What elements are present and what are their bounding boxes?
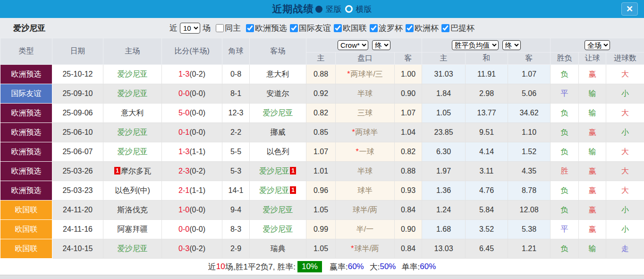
avg-odds-select[interactable]: 胜平负均值 — [452, 40, 499, 50]
avg-win-cell: 1.68 — [422, 220, 466, 239]
competition-checkbox[interactable] — [370, 24, 378, 32]
home-team-cell: 爱沙尼亚 — [103, 142, 162, 162]
competition-checkbox[interactable] — [246, 24, 254, 32]
home-odds-cell: 1.05 — [306, 239, 336, 259]
goals-cell: 小 — [606, 84, 644, 104]
corners-cell: 9-4 — [222, 201, 250, 220]
competition-label: 欧洲杯 — [415, 23, 439, 34]
date-cell: 25-03-26 — [52, 162, 103, 181]
vertical-layout-radio[interactable] — [315, 6, 322, 13]
competition-filter[interactable]: 波罗杯 — [367, 23, 403, 34]
away-team-cell: 瑞典 — [250, 239, 306, 259]
score-cell: 1-3(1-1) — [162, 142, 222, 162]
star-icon: * — [356, 148, 358, 156]
avg-win-cell: 1.24 — [422, 201, 466, 220]
avg-win-cell: 1.36 — [422, 181, 466, 201]
summary-count: 10 — [216, 262, 225, 271]
results-table-body: 欧洲预选25-10-12爱沙尼亚1-3(0-2)0-8意大利0.88*两球半/三… — [0, 65, 644, 259]
competition-label: 巴提杯 — [450, 23, 475, 34]
corners-cell: 14-1 — [222, 181, 250, 201]
result-cell: 负 — [551, 142, 579, 162]
single-rate-value: 60% — [420, 262, 436, 271]
table-row: 国际友谊25-09-10爱沙尼亚0-0(0-0)8-1安道尔0.92半球0.90… — [0, 84, 644, 104]
horizontal-layout-radio[interactable] — [345, 5, 353, 13]
period-select[interactable]: 全场 — [585, 40, 610, 50]
vertical-layout-label: 竖版 — [326, 4, 342, 15]
red-card-badge: 1 — [114, 167, 120, 174]
handicap-cell: *两球半/三 — [336, 65, 395, 84]
big-rate-label: 大: — [370, 262, 380, 272]
away-team-cell: 爱沙尼亚1 — [250, 162, 306, 181]
home-team-cell: 意大利 — [103, 104, 162, 123]
date-cell: 25-06-07 — [52, 142, 103, 162]
home-team-name: 摩尔多瓦 — [121, 167, 151, 175]
fulltime-score: 0-1 — [178, 128, 189, 136]
home-team-name: 爱沙尼亚 — [118, 70, 148, 78]
competition-checkbox[interactable] — [406, 24, 414, 32]
match-count-select[interactable]: 10 — [180, 23, 200, 34]
away-team-cell: 挪威 — [250, 123, 306, 142]
summary-text: 场,胜1平2负7, 胜率: — [225, 262, 296, 272]
red-card-badge: 1 — [290, 167, 296, 174]
header-score: 比分(半场) — [162, 38, 222, 65]
games-label: 场 — [203, 23, 211, 34]
avg-lose-cell: 4.35 — [508, 162, 551, 181]
score-cell: 0-3(0-2) — [162, 239, 222, 259]
competition-filter[interactable]: 国际友谊 — [287, 23, 331, 34]
goals-cell: 小 — [606, 220, 644, 239]
avg-odds-time-select[interactable]: 终 — [502, 40, 521, 50]
close-button[interactable]: ✕ — [621, 2, 638, 16]
avg-lose-cell: 1.10 — [508, 123, 551, 142]
away-team-name: 意大利 — [267, 70, 289, 78]
table-header: 类型 日期 主场 比分(半场) 角球 客场 Crow*终 胜平负均值终 全场 主… — [0, 38, 644, 65]
goals-cell: 大 — [606, 162, 644, 181]
header-date: 日期 — [52, 38, 103, 65]
avg-draw-cell: 6.45 — [466, 239, 508, 259]
result-cell: 负 — [551, 239, 579, 259]
red-card-badge: 1 — [290, 186, 296, 194]
away-odds-cell: 1.07 — [395, 104, 422, 123]
date-cell: 25-09-06 — [52, 104, 103, 123]
avg-win-cell: 1.84 — [422, 84, 466, 104]
competition-checkbox[interactable] — [290, 24, 298, 32]
handicap-result-cell: 赢 — [579, 123, 606, 142]
goals-cell: 大 — [606, 142, 644, 162]
same-home-filter[interactable]: 同主 — [213, 23, 241, 34]
competition-label: 波罗杯 — [379, 23, 403, 34]
odds-company-time-select[interactable]: 终 — [372, 40, 390, 50]
avg-draw-cell: 13.77 — [466, 104, 508, 123]
odds-company-select[interactable]: Crow* — [338, 40, 368, 50]
table-row: 欧洲预选25-03-23以色列(中)2-1(1-1)14-1爱沙尼亚10.96球… — [0, 181, 644, 201]
handicap-result-cell: 输 — [579, 142, 606, 162]
away-team-cell: 意大利 — [250, 65, 306, 84]
halftime-score: (0-0) — [189, 89, 205, 97]
fulltime-score: 1-3 — [178, 148, 189, 156]
competition-type-cell: 欧国联 — [0, 201, 52, 220]
header-home: 主场 — [103, 38, 162, 65]
handicap-result-cell: 输 — [579, 104, 606, 123]
corners-cell: 2-9 — [222, 239, 250, 259]
avg-lose-cell: 34.62 — [508, 104, 551, 123]
competition-checkbox[interactable] — [441, 24, 449, 32]
home-odds-cell: 0.88 — [306, 65, 336, 84]
date-cell: 25-10-12 — [52, 65, 103, 84]
avg-draw-cell: 2.98 — [466, 84, 508, 104]
competition-filter[interactable]: 欧洲杯 — [403, 23, 439, 34]
competition-checkbox[interactable] — [334, 24, 342, 32]
handicap-cell: 球半 — [336, 181, 395, 201]
competition-label: 欧国联 — [343, 23, 367, 34]
home-team-name: 爱沙尼亚 — [118, 89, 148, 97]
subheader-odds-home: 主 — [306, 52, 336, 65]
home-odds-cell: 0.82 — [306, 104, 336, 123]
filter-row: 爱沙尼亚 近 10 场 同主 欧洲预选国际友谊欧国联波罗杯欧洲杯巴提杯 — [0, 18, 644, 38]
away-odds-cell: 0.88 — [395, 162, 422, 181]
same-home-checkbox[interactable] — [216, 24, 224, 32]
competition-filter[interactable]: 欧国联 — [331, 23, 367, 34]
big-rate-value: 50% — [380, 262, 396, 271]
handicap-result-cell: 赢 — [579, 181, 606, 201]
table-row: 欧洲预选25-06-07爱沙尼亚1-3(1-1)5-5以色列1.07*一球0.8… — [0, 142, 644, 162]
competition-filter[interactable]: 欧洲预选 — [243, 23, 287, 34]
date-cell: 24-11-20 — [52, 201, 103, 220]
avg-win-cell: 6.30 — [422, 142, 466, 162]
competition-filter[interactable]: 巴提杯 — [439, 23, 475, 34]
